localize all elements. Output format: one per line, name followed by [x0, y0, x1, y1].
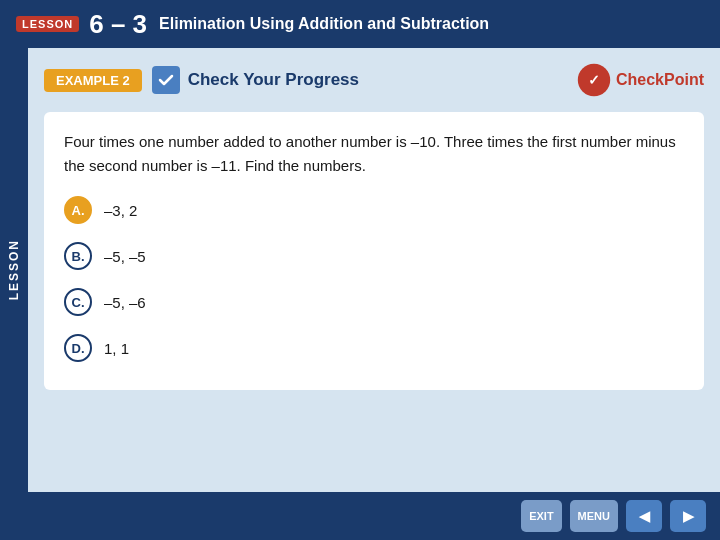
lesson-number: 6 – 3 [89, 9, 147, 40]
bottom-nav-bar: EXIT MENU ◀ ▶ [0, 492, 720, 540]
option-b-value: –5, –5 [104, 248, 146, 265]
option-d-value: 1, 1 [104, 340, 129, 357]
option-d[interactable]: D. 1, 1 [64, 334, 684, 362]
content-card: Four times one number added to another n… [44, 112, 704, 390]
menu-button[interactable]: MENU [570, 500, 618, 532]
option-b-circle[interactable]: B. [64, 242, 92, 270]
check-icon [152, 66, 180, 94]
option-c-circle[interactable]: C. [64, 288, 92, 316]
option-d-circle[interactable]: D. [64, 334, 92, 362]
checkpoint-logo: ✓ CheckPoint [576, 62, 704, 98]
exit-button[interactable]: EXIT [521, 500, 561, 532]
option-a-circle[interactable]: A. [64, 196, 92, 224]
option-a[interactable]: A. –3, 2 [64, 196, 684, 224]
option-c-value: –5, –6 [104, 294, 146, 311]
question-text: Four times one number added to another n… [64, 130, 684, 178]
option-a-value: –3, 2 [104, 202, 137, 219]
left-tab: LESSON [0, 48, 28, 492]
checkpoint-brand-icon: ✓ [576, 62, 612, 98]
main-content: EXAMPLE 2 Check Your Progress ✓ CheckPoi… [28, 48, 720, 492]
lesson-badge: LESSON [16, 16, 79, 32]
example-badge: EXAMPLE 2 [44, 69, 142, 92]
checkmark-icon [158, 72, 174, 88]
prev-button[interactable]: ◀ [626, 500, 662, 532]
svg-text:✓: ✓ [588, 72, 600, 88]
lesson-title: Elimination Using Addition and Subtracti… [159, 15, 489, 33]
left-tab-label: LESSON [7, 239, 21, 300]
example-header: EXAMPLE 2 Check Your Progress ✓ CheckPoi… [44, 62, 704, 98]
option-b[interactable]: B. –5, –5 [64, 242, 684, 270]
option-c[interactable]: C. –5, –6 [64, 288, 684, 316]
top-bar: LESSON 6 – 3 Elimination Using Addition … [0, 0, 720, 48]
checkpoint-text: CheckPoint [616, 71, 704, 89]
check-your-progress-label: Check Your Progress [188, 70, 359, 90]
next-button[interactable]: ▶ [670, 500, 706, 532]
